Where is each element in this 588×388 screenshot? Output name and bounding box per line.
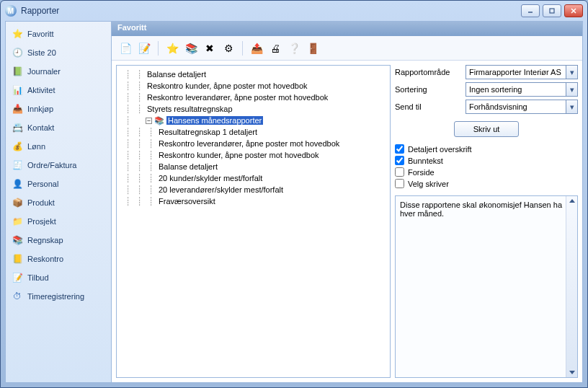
- tree-node-label[interactable]: 20 leverandører/skylder mest/forfalt: [157, 185, 285, 194]
- check-forside[interactable]: Forside: [395, 167, 578, 177]
- sidebar-item-label: Reskontro: [27, 255, 63, 263]
- folder-icon: 📚: [154, 115, 164, 125]
- checkbox-label: Forside: [408, 168, 435, 177]
- chevron-down-icon[interactable]: ▾: [566, 66, 577, 79]
- checkbox-input[interactable]: [395, 156, 404, 165]
- tree-node-label[interactable]: Reskontro leverandører, åpne poster mot …: [146, 93, 329, 102]
- toolbar-separator: [242, 41, 243, 56]
- sidebar-item-journaler[interactable]: 📗Journaler: [6, 62, 111, 81]
- sidebar-item-ordre-faktura[interactable]: 🧾Ordre/Faktura: [6, 156, 111, 175]
- sidebar-item-reskontro[interactable]: 📒Reskontro: [6, 250, 111, 268]
- app-window: M Rapporter ⭐Favoritt🕘Siste 20📗Journaler…: [0, 0, 588, 388]
- sidebar-item-l-nn[interactable]: 💰Lønn: [6, 137, 111, 156]
- sidebar-icon: 👤: [12, 178, 23, 190]
- tree-node[interactable]: ┊┊┊20 kunder/skylder mest/forfalt: [122, 172, 390, 184]
- tree-node-label[interactable]: Balanse detaljert: [157, 162, 219, 171]
- sidebar-icon: 📦: [12, 197, 23, 208]
- duplicate-button[interactable]: 📚: [183, 40, 199, 56]
- tree-node[interactable]: ┊┊┊20 leverandører/skylder mest/forfalt: [122, 184, 390, 195]
- sidebar-icon: 📊: [12, 84, 23, 96]
- tree-node[interactable]: ┊┊Styrets resultatregnskap: [122, 103, 390, 115]
- maximize-button[interactable]: [543, 4, 561, 17]
- sidebar-icon: 📚: [12, 234, 23, 246]
- tree-node[interactable]: ┊−📚Hansens månedsrapporter: [122, 115, 390, 126]
- tree-node[interactable]: ┊┊┊Resultatregnskap 1 detaljert: [122, 126, 390, 138]
- tree-node-label[interactable]: Balanse detaljert: [146, 70, 208, 79]
- tree-node[interactable]: ┊┊┊Balanse detaljert: [122, 161, 390, 172]
- tree-node[interactable]: ┊┊Reskontro leverandører, åpne poster mo…: [122, 92, 390, 103]
- toolbar-separator: [158, 41, 159, 56]
- print-button[interactable]: Skriv ut: [454, 121, 519, 137]
- tree-node[interactable]: ┊┊┊Fraværsoversikt: [122, 195, 390, 207]
- export-button[interactable]: 📤: [249, 40, 264, 56]
- tree-node-label[interactable]: Reskontro leverandører, åpne poster mot …: [157, 139, 341, 148]
- sidebar-item-label: Personal: [27, 180, 58, 188]
- chevron-down-icon[interactable]: ▾: [566, 83, 577, 96]
- description-box[interactable]: Disse rapportene skal økonomisjef Hansen…: [395, 195, 578, 378]
- chevron-down-icon[interactable]: ▾: [566, 100, 577, 113]
- check-velg-skriver[interactable]: Velg skriver: [395, 179, 578, 188]
- exit-button[interactable]: 🚪: [305, 40, 321, 56]
- tree-panel[interactable]: ┊┊Balanse detaljert┊┊Reskontro kunder, å…: [116, 65, 391, 378]
- sidebar: ⭐Favoritt🕘Siste 20📗Journaler📊Aktivitet📥I…: [6, 22, 111, 382]
- label-send-til: Send til: [395, 102, 460, 111]
- new-report-button[interactable]: 📄: [117, 40, 133, 56]
- combo-send-til[interactable]: Forhåndsvisning ▾: [466, 100, 578, 114]
- tree-node[interactable]: ┊┊Balanse detaljert: [122, 69, 390, 80]
- sidebar-item-label: Ordre/Faktura: [27, 161, 76, 169]
- tree-node-label[interactable]: Reskontro kunder, åpne poster mot hovedb…: [157, 151, 321, 159]
- minimize-button[interactable]: [521, 4, 540, 17]
- sidebar-item-siste-20[interactable]: 🕘Siste 20: [6, 43, 111, 62]
- sidebar-item-kontakt[interactable]: 📇Kontakt: [6, 118, 111, 137]
- sidebar-item-produkt[interactable]: 📦Produkt: [6, 193, 111, 212]
- sidebar-icon: 📁: [12, 216, 23, 227]
- sidebar-item-label: Tilbud: [27, 273, 49, 282]
- sidebar-item-label: Journaler: [27, 67, 61, 76]
- tree-node-label[interactable]: Fraværsoversikt: [157, 197, 217, 206]
- tree-node-label[interactable]: Reskontro kunder, åpne poster mot hovedb…: [146, 81, 309, 90]
- settings-button[interactable]: ⚙: [220, 40, 236, 56]
- sidebar-item-innkj-p[interactable]: 📥Innkjøp: [6, 100, 111, 118]
- combo-sortering[interactable]: Ingen sortering ▾: [466, 82, 578, 97]
- favorite-button[interactable]: ⭐: [164, 40, 180, 56]
- titlebar[interactable]: M Rapporter: [1, 1, 587, 21]
- window-controls: [521, 4, 583, 17]
- tree-node-label[interactable]: Styrets resultatregnskap: [146, 105, 234, 113]
- close-button[interactable]: [564, 4, 583, 17]
- tree-node-label[interactable]: Hansens månedsrapporter: [166, 116, 263, 125]
- sidebar-icon: 📒: [12, 253, 23, 265]
- sidebar-item-label: Lønn: [27, 142, 45, 151]
- combo-value: Ingen sortering: [466, 85, 566, 94]
- print-button[interactable]: 🖨: [267, 40, 283, 56]
- help-button[interactable]: ❔: [286, 40, 302, 56]
- sidebar-item-regnskap[interactable]: 📚Regnskap: [6, 231, 111, 250]
- sidebar-icon: 💰: [12, 141, 23, 152]
- delete-button[interactable]: ✖: [202, 40, 218, 56]
- sidebar-icon: 📇: [12, 122, 23, 133]
- collapse-icon[interactable]: −: [146, 118, 152, 124]
- edit-report-button[interactable]: 📝: [136, 40, 152, 56]
- main-header: Favoritt: [112, 22, 582, 36]
- tree-node[interactable]: ┊┊┊Reskontro kunder, åpne poster mot hov…: [122, 149, 390, 161]
- tree-node-label[interactable]: Resultatregnskap 1 detaljert: [157, 128, 259, 136]
- sidebar-item-personal[interactable]: 👤Personal: [6, 175, 111, 193]
- tree-node[interactable]: ┊┊Reskontro kunder, åpne poster mot hove…: [122, 80, 390, 92]
- sidebar-item-label: Aktivitet: [27, 86, 55, 94]
- sidebar-item-tilbud[interactable]: 📝Tilbud: [6, 268, 111, 287]
- sidebar-item-label: Favoritt: [27, 30, 54, 38]
- check-detaljert[interactable]: Detaljert overskrift: [395, 144, 578, 154]
- sidebar-item-timeregistrering[interactable]: ⏱Timeregistrering: [6, 287, 111, 306]
- checkbox-input[interactable]: [395, 179, 404, 188]
- tree-node[interactable]: ┊┊┊Reskontro leverandører, åpne poster m…: [122, 138, 390, 149]
- tree-node-label[interactable]: 20 kunder/skylder mest/forfalt: [157, 174, 264, 182]
- sidebar-item-prosjekt[interactable]: 📁Prosjekt: [6, 212, 111, 231]
- report-tree: ┊┊Balanse detaljert┊┊Reskontro kunder, å…: [117, 66, 390, 210]
- sidebar-item-favoritt[interactable]: ⭐Favoritt: [6, 25, 111, 43]
- check-bunntekst[interactable]: Bunntekst: [395, 156, 578, 165]
- combo-rapportomrade[interactable]: Firmarapporter Interiør AS ▾: [466, 65, 578, 79]
- sidebar-item-aktivitet[interactable]: 📊Aktivitet: [6, 81, 111, 100]
- checkbox-input[interactable]: [395, 144, 404, 154]
- scrollbar[interactable]: [566, 196, 577, 377]
- checkbox-input[interactable]: [395, 167, 404, 177]
- sidebar-item-label: Produkt: [27, 198, 55, 207]
